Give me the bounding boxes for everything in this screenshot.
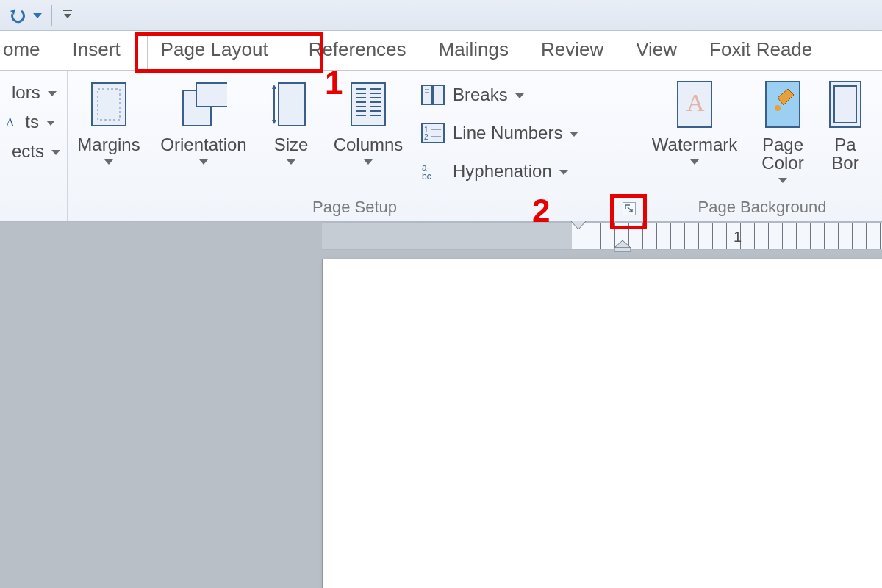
group-themes-partial: lors A ts ects: [0, 71, 68, 221]
quick-access-toolbar: [0, 0, 882, 31]
svg-rect-0: [63, 10, 72, 11]
size-label: Size: [274, 135, 309, 154]
columns-icon: [348, 80, 388, 129]
svg-text:bc: bc: [422, 171, 431, 182]
line-numbers-button[interactable]: 12 Line Numbers: [420, 118, 578, 148]
svg-rect-48: [614, 248, 631, 251]
themes-effects-button[interactable]: ects: [4, 141, 55, 162]
svg-point-43: [775, 105, 781, 111]
orientation-button[interactable]: Orientation: [153, 75, 254, 165]
horizontal-ruler[interactable]: 1: [322, 222, 882, 250]
ribbon: lors A ts ects Margins: [0, 71, 882, 222]
page-color-button[interactable]: Page Color: [750, 75, 816, 183]
undo-button[interactable]: [6, 3, 31, 28]
qat-separator: [51, 5, 52, 26]
margins-button[interactable]: Margins: [72, 75, 146, 165]
svg-text:A: A: [6, 116, 15, 129]
page-color-icon: [761, 79, 804, 130]
page-setup-dialog-launcher[interactable]: [620, 199, 639, 218]
themes-fonts-button[interactable]: A ts: [4, 112, 55, 132]
size-icon: [271, 80, 311, 129]
group-page-setup: Margins Orientation Size: [68, 71, 642, 221]
svg-text:A: A: [686, 89, 705, 116]
customize-icon: [62, 8, 74, 23]
undo-menu-caret[interactable]: [31, 3, 44, 28]
svg-rect-28: [422, 85, 432, 104]
breaks-label: Breaks: [453, 85, 508, 105]
hyphenation-icon: a-bc: [420, 160, 445, 182]
first-line-indent-marker[interactable]: [570, 220, 587, 229]
tab-foxit-reader[interactable]: Foxit Reade: [703, 31, 818, 70]
group-page-background: A Watermark Page Color Pa Bo: [642, 71, 882, 221]
breaks-button[interactable]: Breaks: [420, 79, 578, 110]
page-borders-icon: [827, 79, 864, 130]
svg-text:2: 2: [424, 133, 429, 141]
page-borders-label: Pa Bor: [831, 135, 858, 172]
orientation-icon: [180, 80, 227, 129]
breaks-icon: [420, 84, 445, 106]
svg-rect-5: [92, 83, 126, 126]
watermark-button[interactable]: A Watermark: [647, 75, 742, 165]
page-borders-button[interactable]: Pa Bor: [823, 75, 867, 172]
line-numbers-icon: 12: [420, 122, 445, 144]
size-button[interactable]: Size: [262, 75, 320, 165]
themes-effects-label: ects: [12, 141, 44, 162]
document-page[interactable]: [322, 259, 882, 588]
tab-view[interactable]: View: [630, 31, 683, 70]
orientation-label: Orientation: [160, 135, 246, 154]
tab-home[interactable]: ome: [0, 31, 46, 70]
svg-marker-11: [272, 85, 276, 89]
svg-marker-46: [570, 220, 587, 229]
customize-qat-button[interactable]: [60, 3, 76, 28]
hyphenation-label: Hyphenation: [453, 161, 552, 182]
ruler-mark-1: 1: [734, 229, 742, 245]
page-setup-group-label: Page Setup: [72, 195, 637, 220]
page-color-label: Page Color: [761, 135, 803, 172]
watermark-icon: A: [673, 79, 716, 130]
themes-colors-button[interactable]: lors: [4, 82, 55, 103]
tab-references[interactable]: References: [303, 31, 412, 70]
svg-rect-8: [196, 83, 227, 107]
hanging-indent-marker[interactable]: [614, 240, 631, 252]
themes-fonts-label: ts: [25, 112, 39, 132]
margins-icon: [89, 80, 129, 129]
themes-colors-label: lors: [12, 82, 40, 103]
hyphenation-button[interactable]: a-bc Hyphenation: [420, 156, 578, 187]
tab-page-layout[interactable]: Page Layout: [147, 32, 282, 71]
document-area: 1: [0, 222, 882, 588]
watermark-label: Watermark: [652, 135, 737, 154]
line-numbers-label: Line Numbers: [453, 123, 562, 143]
tab-mailings[interactable]: Mailings: [433, 31, 514, 70]
fonts-icon: A: [4, 115, 18, 129]
svg-marker-47: [614, 240, 631, 248]
undo-icon: [8, 7, 29, 24]
columns-label: Columns: [334, 135, 404, 154]
tab-review[interactable]: Review: [535, 31, 609, 70]
dialog-launcher-icon: [623, 202, 636, 215]
svg-rect-29: [434, 85, 444, 104]
svg-marker-12: [272, 120, 276, 124]
ribbon-tabs: ome Insert Page Layout References Mailin…: [0, 31, 882, 71]
margins-label: Margins: [77, 135, 140, 154]
tab-insert[interactable]: Insert: [67, 31, 126, 70]
columns-button[interactable]: Columns: [328, 75, 409, 165]
svg-rect-9: [279, 83, 305, 126]
page-background-group-label: Page Background: [647, 195, 878, 220]
